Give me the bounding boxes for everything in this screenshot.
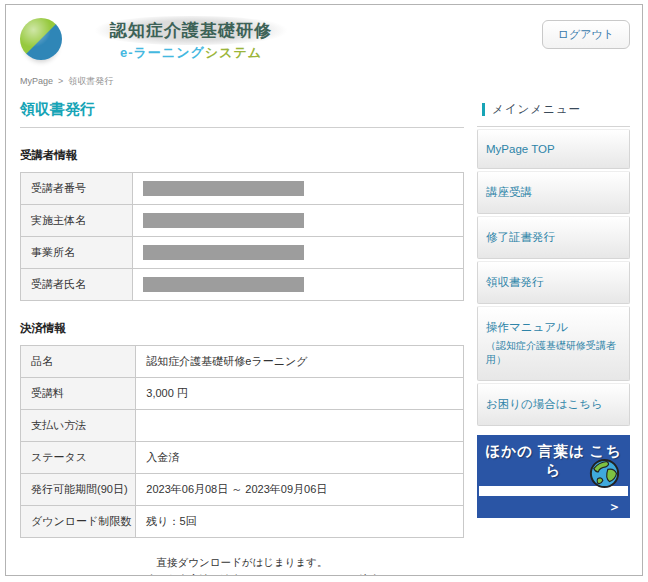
sidebar-menu-item[interactable]: 修了証書発行 — [477, 216, 630, 259]
sidebar-menu-item-label: MyPage TOP — [486, 143, 621, 155]
student-info-row: 実施主体名 — [21, 205, 464, 237]
breadcrumb: MyPage>領収書発行 — [6, 65, 642, 88]
row-value — [133, 205, 464, 237]
row-label: 事業所名 — [21, 237, 133, 269]
sidebar-menu-item[interactable]: 操作マニュアル （認知症介護基礎研修受講者用） — [477, 306, 630, 381]
language-box: ほかの 言葉は こちら ＞ — [477, 435, 630, 518]
row-value — [133, 237, 464, 269]
student-info-row: 受講者番号 — [21, 173, 464, 205]
payment-info-title: 決済情報 — [20, 321, 464, 336]
payment-info-row: ステータス 入金済 — [21, 442, 464, 474]
row-value: 認知症介護基礎研修eラーニング — [136, 346, 464, 378]
payment-info-table: 品名 認知症介護基礎研修eラーニング 受講料 3,000 円 支払い方法 ステー… — [20, 345, 464, 538]
app-subtitle-rest: システム — [205, 45, 262, 60]
payment-info-row: 受講料 3,000 円 — [21, 378, 464, 410]
download-note-line2: スマートフォンの場合は保存方法が端末ごとに異なりますのでご注意ください。 — [20, 571, 464, 576]
app-title-block: 認知症介護基礎研修 e-ラーニングシステム — [88, 16, 294, 62]
student-info-section: 受講者情報 受講者番号 実施主体名 事業所名 受講者氏名 — [20, 148, 464, 301]
row-label: 支払い方法 — [21, 410, 136, 442]
sidebar-menu-item[interactable]: MyPage TOP — [477, 129, 630, 169]
row-value — [136, 410, 464, 442]
page: 認知症介護基礎研修 e-ラーニングシステム ログアウト MyPage>領収書発行… — [5, 4, 643, 576]
title-divider — [20, 127, 464, 128]
redacted-value-bar — [143, 245, 304, 260]
header: 認知症介護基礎研修 e-ラーニングシステム ログアウト — [6, 5, 642, 65]
content: 領収書発行 受講者情報 受講者番号 実施主体名 事業所名 — [6, 88, 642, 576]
row-label: 実施主体名 — [21, 205, 133, 237]
payment-info-row: 発行可能期間(90日) 2023年06月08日 ～ 2023年09月06日 — [21, 474, 464, 506]
sidebar-menu-item-label: 領収書発行 — [486, 275, 621, 290]
sidebar-menu-item-label: お困りの場合はこちら — [486, 397, 621, 412]
main-menu-header: メインメニュー — [477, 94, 630, 127]
main-panel: 領収書発行 受講者情報 受講者番号 実施主体名 事業所名 — [20, 94, 464, 576]
sidebar-menu-item[interactable]: 講座受講 — [477, 171, 630, 214]
sidebar-menu-item-sublabel: （認知症介護基礎研修受講者用） — [486, 339, 621, 367]
app-title: 認知症介護基礎研修 — [88, 16, 294, 45]
redacted-value-bar — [143, 213, 304, 228]
breadcrumb-current: 領収書発行 — [68, 76, 113, 86]
row-value: 残り：5回 — [136, 506, 464, 538]
language-more-bar[interactable]: ＞ — [479, 496, 628, 516]
student-info-row: 事業所名 — [21, 237, 464, 269]
sidebar-menu-item[interactable]: お困りの場合はこちら — [477, 383, 630, 426]
row-label: ステータス — [21, 442, 136, 474]
row-value: 入金済 — [136, 442, 464, 474]
accent-bar — [482, 103, 485, 116]
main-menu-title: メインメニュー — [492, 102, 581, 117]
payment-info-section: 決済情報 品名 認知症介護基礎研修eラーニング 受講料 3,000 円 支払い方… — [20, 321, 464, 538]
student-info-table: 受講者番号 実施主体名 事業所名 受講者氏名 — [20, 172, 464, 301]
globe-icon — [588, 457, 621, 490]
payment-info-row: 品名 認知症介護基礎研修eラーニング — [21, 346, 464, 378]
row-value — [133, 269, 464, 301]
row-label: 品名 — [21, 346, 136, 378]
chevron-right-icon: ＞ — [608, 499, 621, 514]
payment-info-row: 支払い方法 — [21, 410, 464, 442]
row-value: 3,000 円 — [136, 378, 464, 410]
download-note-line1: 直接ダウンロードがはじまります。 — [20, 554, 464, 571]
sidebar-menu-item-label: 操作マニュアル — [486, 320, 621, 335]
download-note: 直接ダウンロードがはじまります。 スマートフォンの場合は保存方法が端末ごとに異な… — [20, 554, 464, 576]
sidebar-menu-item[interactable]: 領収書発行 — [477, 261, 630, 304]
row-label: 受講者番号 — [21, 173, 133, 205]
row-label: 発行可能期間(90日) — [21, 474, 136, 506]
breadcrumb-mypage-link[interactable]: MyPage — [20, 76, 53, 86]
row-label: ダウンロード制限数 — [21, 506, 136, 538]
sidebar-menu-item-label: 修了証書発行 — [486, 230, 621, 245]
redacted-value-bar — [143, 181, 304, 196]
redacted-value-bar — [143, 277, 304, 292]
row-value: 2023年06月08日 ～ 2023年09月06日 — [136, 474, 464, 506]
page-title: 領収書発行 — [20, 100, 464, 119]
student-info-row: 受講者氏名 — [21, 269, 464, 301]
sidebar: メインメニュー MyPage TOP 講座受講 修了証書発行 領収書発行 操作マ… — [477, 94, 630, 576]
app-subtitle-accent: e-ラーニング — [120, 45, 205, 60]
row-label: 受講者氏名 — [21, 269, 133, 301]
logo-globe-icon — [20, 18, 62, 60]
row-value — [133, 173, 464, 205]
student-info-title: 受講者情報 — [20, 148, 464, 163]
logout-button[interactable]: ログアウト — [542, 20, 630, 49]
app-subtitle: e-ラーニングシステム — [88, 44, 294, 62]
breadcrumb-separator: > — [58, 76, 63, 86]
sidebar-menu-item-label: 講座受講 — [486, 185, 621, 200]
row-label: 受講料 — [21, 378, 136, 410]
payment-info-row: ダウンロード制限数 残り：5回 — [21, 506, 464, 538]
